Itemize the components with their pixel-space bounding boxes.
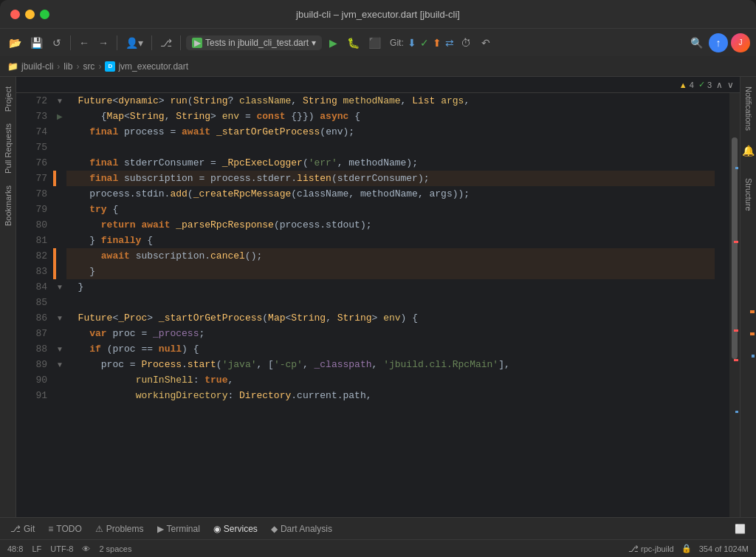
- forward-button[interactable]: →: [95, 35, 111, 51]
- warning-count: 4: [690, 81, 694, 89]
- editor-area[interactable]: ▲ 4 ✓ 3 ∧ ∨ 72 73 74 75 76: [16, 77, 740, 517]
- code-line-76: final stderrConsumer = _RpcExecLogger('e…: [66, 155, 715, 171]
- ok-badge: ✓ 3: [698, 80, 712, 89]
- code-line-79: try {: [66, 202, 715, 217]
- fold-icon-88[interactable]: ▼: [56, 345, 63, 353]
- tab-problems[interactable]: ⚠ Problems: [89, 521, 150, 537]
- line-91: 91: [22, 388, 47, 403]
- gutter-78: [53, 186, 66, 202]
- fold-icon-73[interactable]: ▶: [57, 112, 63, 120]
- status-position[interactable]: 48:8: [7, 544, 23, 553]
- status-lock-icon[interactable]: 🔒: [681, 544, 692, 553]
- line-76: 76: [22, 155, 47, 171]
- warning-badge: ▲ 4: [679, 81, 694, 89]
- scrollbar[interactable]: [729, 93, 740, 517]
- git-revert-icon[interactable]: ↶: [478, 35, 494, 51]
- status-line-ending[interactable]: LF: [32, 544, 41, 553]
- status-branch[interactable]: ⎇ rpc-jbuild: [628, 544, 674, 554]
- code-line-91: workingDirectory: Directory.current.path…: [66, 388, 715, 403]
- run-config-selector[interactable]: ▶ Tests in jbuild_cli_test.dart ▾: [186, 35, 322, 50]
- git-fetch-icon[interactable]: ⬇: [408, 37, 416, 49]
- code-content[interactable]: Future<dynamic> run(String? className, S…: [66, 93, 729, 517]
- collapse-warnings-button[interactable]: ∧: [716, 80, 723, 90]
- encoding-value: UTF-8: [50, 544, 73, 553]
- gutter-85: [53, 295, 66, 310]
- debug-button[interactable]: 🐛: [344, 35, 362, 51]
- search-everywhere-button[interactable]: 🔍: [687, 35, 706, 51]
- traffic-lights: [10, 10, 49, 19]
- gutter-87: [53, 326, 66, 341]
- vcs-button[interactable]: ⎇: [157, 35, 175, 51]
- stop-button[interactable]: ⬛: [365, 35, 384, 51]
- scroll-marker-2: [734, 241, 738, 243]
- status-eye-icon[interactable]: 👁: [82, 544, 90, 553]
- status-indent[interactable]: 2 spaces: [99, 544, 131, 553]
- git-branch-icon[interactable]: ⇄: [445, 37, 454, 49]
- branch-name: rpc-jbuild: [641, 544, 674, 553]
- sidebar-item-pull-requests[interactable]: Pull Requests: [1, 117, 15, 180]
- lock-icon: 🔒: [681, 544, 692, 553]
- fold-icon-84[interactable]: ▼: [56, 283, 63, 291]
- terminal-tab-icon: ▶: [157, 524, 164, 534]
- services-tab-label: Services: [224, 524, 258, 534]
- line-86: 86: [22, 310, 47, 326]
- expand-warnings-button[interactable]: ∨: [727, 80, 734, 90]
- code-line-88: if (proc == null) {: [66, 341, 715, 357]
- code-line-80: return await _parseRpcResponse(process.s…: [66, 217, 715, 233]
- git-push-icon[interactable]: ⬆: [433, 37, 441, 49]
- sidebar-item-structure[interactable]: Structure: [742, 172, 755, 217]
- save-button[interactable]: 💾: [27, 35, 46, 51]
- gutter-73: ▶: [53, 109, 66, 124]
- breadcrumb-lib[interactable]: lib: [63, 61, 72, 72]
- minimize-button[interactable]: [25, 10, 35, 19]
- refresh-button[interactable]: ↺: [49, 35, 65, 51]
- git-history-icon[interactable]: ⏱: [458, 35, 474, 51]
- breadcrumb-sep-3: ›: [98, 61, 101, 72]
- notification-bell[interactable]: 🔔: [742, 144, 755, 157]
- code-line-84: }: [66, 279, 715, 295]
- jetbrains-toolbox-button[interactable]: J: [731, 33, 750, 52]
- breadcrumb: 📁 jbuild-cli › lib › src › D jvm_executo…: [0, 56, 756, 77]
- breadcrumb-src[interactable]: src: [83, 61, 94, 72]
- line-78: 78: [22, 186, 47, 202]
- warning-bar: ▲ 4 ✓ 3 ∧ ∨: [16, 77, 740, 93]
- right-sidebar: Notifications 🔔 Structure: [740, 77, 756, 517]
- gutter-83: [53, 264, 66, 279]
- expand-panel-button[interactable]: ⬜: [729, 521, 752, 537]
- breadcrumb-file[interactable]: D jvm_executor.dart: [105, 61, 188, 72]
- sidebar-item-bookmarks[interactable]: Bookmarks: [1, 180, 15, 232]
- status-encoding[interactable]: UTF-8: [50, 544, 73, 553]
- back-button[interactable]: ←: [76, 35, 92, 51]
- close-button[interactable]: [10, 10, 20, 19]
- breadcrumb-project[interactable]: 📁 jbuild-cli: [7, 61, 53, 72]
- update-button[interactable]: ↑: [709, 33, 728, 52]
- tab-terminal[interactable]: ▶ Terminal: [151, 521, 206, 537]
- line-74: 74: [22, 124, 47, 140]
- fold-icon-72[interactable]: ▼: [56, 97, 63, 105]
- tab-services[interactable]: ◉ Services: [207, 521, 264, 537]
- tab-dart-analysis[interactable]: ◆ Dart Analysis: [265, 521, 338, 537]
- code-line-90: runInShell: true,: [66, 372, 715, 388]
- code-line-74: final process = await _startOrGetProcess…: [66, 124, 715, 140]
- status-memory[interactable]: 354 of 1024M: [699, 544, 749, 553]
- separator-1: [70, 35, 71, 50]
- fold-icon-86[interactable]: ▼: [56, 314, 63, 322]
- run-button[interactable]: ▶: [325, 35, 341, 51]
- git-ok-icon[interactable]: ✓: [420, 37, 429, 49]
- code-line-87: var proc = _process;: [66, 326, 715, 341]
- code-line-78: process.stdin.add(_createRpcMessage(clas…: [66, 186, 715, 202]
- sidebar-item-notifications[interactable]: Notifications: [742, 81, 755, 137]
- line-80: 80: [22, 217, 47, 233]
- sidebar-item-project[interactable]: Project: [1, 81, 15, 117]
- scrollbar-thumb[interactable]: [732, 137, 738, 359]
- fold-icon-89[interactable]: ▼: [56, 360, 63, 369]
- code-line-89: proc = Process.start('java', ['-cp', _cl…: [66, 357, 715, 372]
- maximize-button[interactable]: [40, 10, 49, 19]
- open-folder-button[interactable]: 📂: [6, 35, 24, 51]
- tab-todo[interactable]: ≡ TODO: [42, 521, 87, 537]
- change-marker-82: [53, 248, 56, 264]
- gutter-76: [53, 155, 66, 171]
- tab-git[interactable]: ⎇ Git: [4, 521, 41, 537]
- gutter-75: [53, 140, 66, 155]
- user-button[interactable]: 👤▾: [123, 35, 146, 51]
